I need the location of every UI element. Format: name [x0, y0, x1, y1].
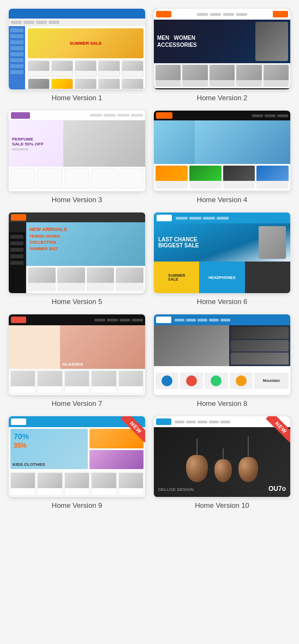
v5-product [57, 268, 85, 291]
v10-nav-item [209, 421, 219, 423]
v2-nav-item [197, 13, 208, 16]
v10-lamp-cord [196, 439, 198, 455]
v9-hero-left: 70% 35% KIDS CLOTHES [10, 429, 88, 469]
v2-category [182, 65, 207, 87]
v8-small-card [231, 327, 289, 339]
v8-brand [230, 373, 253, 389]
new-badge-10: NEW [266, 416, 290, 443]
v3-logo [11, 112, 30, 119]
version-6-preview[interactable]: LAST CHANCEBIGGEST SALE SUMMERSALE HEADP… [154, 212, 290, 293]
v7-product [118, 370, 143, 393]
v3-nav-item [90, 114, 102, 117]
v9-number-1: 70% [14, 432, 85, 441]
v10-design-text: DELUXE DESIGN [158, 487, 194, 493]
v7-hero-text: GLASSES [62, 362, 83, 367]
v4-nav-item [252, 114, 263, 117]
v3-product [37, 168, 62, 189]
v2-category [236, 65, 261, 87]
v8-small-card [231, 353, 289, 364]
v6-dark-cell [245, 262, 290, 293]
v2-logo [156, 11, 171, 17]
v1-sidebar-item [10, 28, 23, 32]
v5-product [116, 268, 143, 291]
version-8-preview[interactable]: Mountain [154, 314, 290, 395]
v6-headphones-cell: HEADPHONES [199, 262, 244, 293]
v4-nav-item [265, 114, 276, 117]
v5-sidebar-item [10, 235, 23, 239]
v10-nav [175, 421, 230, 423]
v3-product [10, 168, 35, 189]
v1-topbar [9, 9, 145, 19]
version-4-label: Home Version 4 [197, 196, 248, 204]
v1-sidebar-item [10, 52, 23, 56]
v10-lamp-2 [214, 448, 232, 482]
v1-sidebar-item [10, 40, 23, 44]
v1-product [98, 78, 120, 89]
v5-sidebar [9, 232, 25, 293]
version-9-preview[interactable]: NEW 70% 35% KIDS CLOTHES [9, 416, 145, 497]
version-7-label: Home Version 7 [52, 399, 103, 408]
v10-lamp-shade [214, 459, 232, 482]
v4-product [156, 166, 188, 189]
v9-product [118, 472, 143, 495]
version-5-preview[interactable]: NEW ARRIVALSTENNIS SHOESCOLLECTIONSUMMER… [9, 212, 145, 293]
v6-hero-text: LAST CHANCEBIGGEST SALE [154, 233, 203, 252]
version-2-preview[interactable]: MEN WOMENACCESSORIES [154, 9, 290, 89]
version-3-label: Home Version 3 [52, 196, 103, 204]
v9-number-2: 35% [14, 442, 85, 449]
v7-nav-item [119, 319, 130, 321]
v9-product [64, 472, 89, 495]
version-6-label: Home Version 6 [197, 297, 248, 306]
v2-hero-text: MEN WOMENACCESSORIES [157, 34, 197, 48]
version-4-preview[interactable] [154, 111, 290, 191]
v8-hero-image [154, 325, 229, 366]
v2-nav-item [223, 13, 234, 16]
v1-product [98, 60, 120, 77]
versions-grid: SUMMER SALE [0, 0, 299, 518]
v1-sidebar-item [10, 58, 23, 62]
version-7-preview[interactable]: GLASSES [9, 314, 145, 395]
v1-products [28, 60, 143, 77]
v4-logo [156, 112, 172, 119]
v4-product [189, 166, 222, 189]
v9-product [10, 472, 35, 495]
v8-logo [156, 317, 171, 323]
v7-logo [11, 317, 26, 323]
v10-lamp-shade [238, 457, 258, 482]
v2-cta-button[interactable] [273, 11, 288, 17]
v5-logo [11, 214, 26, 221]
v5-topbar [9, 212, 145, 222]
v4-nav [252, 114, 288, 117]
v1-body: SUMMER SALE [9, 26, 145, 89]
v6-nav-item [176, 217, 188, 220]
v7-nav-item [94, 319, 105, 321]
v1-banner: SUMMER SALE [28, 28, 143, 58]
v8-nav-item [209, 319, 219, 321]
v1-product [122, 78, 143, 89]
v4-hero-image [195, 120, 290, 164]
v3-hero-title: PERFUMESALE 50% OFF [12, 137, 60, 147]
version-3-preview[interactable]: PERFUMESALE 50% OFF MASSAGE [9, 111, 145, 191]
v7-hero-overlay: GLASSES [60, 325, 145, 369]
version-10-preview[interactable]: NEW [154, 416, 290, 497]
new-badge: NEW [121, 416, 145, 443]
v1-product [28, 60, 50, 77]
v6-topbar [154, 212, 290, 223]
version-5-label: Home Version 5 [52, 297, 103, 306]
v2-nav [197, 13, 247, 16]
version-1-preview[interactable]: SUMMER SALE [9, 9, 145, 89]
version-10-new-ribbon: NEW [258, 416, 290, 449]
v8-brand [156, 373, 178, 389]
v1-product [75, 78, 97, 89]
v4-nav-item [277, 114, 288, 117]
v8-brand: Mountain [254, 373, 289, 389]
v2-nav-item [236, 13, 247, 16]
v8-nav-item [175, 319, 184, 321]
v9-product [37, 472, 62, 495]
v7-topbar [9, 314, 145, 325]
v5-sidebar-item [10, 261, 23, 265]
v3-hero-left: PERFUMESALE 50% OFF MASSAGE [9, 120, 63, 167]
v3-hero-image [63, 120, 145, 167]
v1-product [51, 78, 73, 89]
v10-nav-item [198, 421, 207, 423]
